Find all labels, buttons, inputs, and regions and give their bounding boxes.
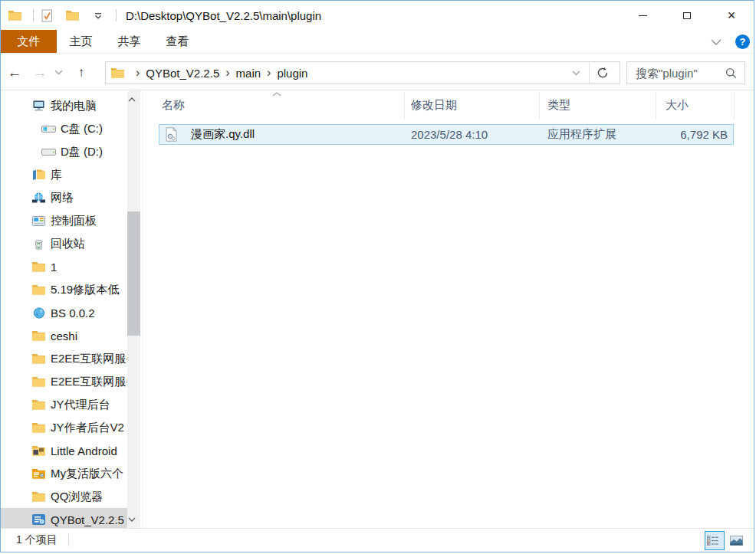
- properties-check-icon[interactable]: [40, 9, 54, 22]
- search-button[interactable]: [721, 67, 744, 79]
- sidebar-item-label: E2EE互联网服务: [51, 352, 128, 366]
- sidebar-item-label: 网络: [51, 191, 74, 205]
- sidebar-item-recycle-bin[interactable]: 回收站: [1, 232, 128, 255]
- sidebar-item-e2ee-1[interactable]: E2EE互联网服务: [1, 347, 128, 370]
- sidebar-item-libraries[interactable]: 库: [1, 163, 128, 186]
- folder-icon: [31, 399, 46, 410]
- folder-icon: [31, 353, 46, 364]
- folder-icon: [31, 491, 46, 502]
- sidebar-item-e2ee-2[interactable]: E2EE互联网服务: [1, 370, 128, 393]
- titlebar: D:\Desktop\QYBot_V2.2.5\main\plugin ×: [1, 1, 754, 30]
- breadcrumb-item-plugin[interactable]: plugin: [277, 67, 307, 80]
- tab-share[interactable]: 共享: [105, 30, 153, 53]
- recent-locations-chevron-icon[interactable]: [51, 61, 70, 84]
- sidebar-item-drive-d[interactable]: D盘 (D:): [1, 140, 128, 163]
- search-box: [626, 61, 745, 84]
- details-view-button[interactable]: [705, 531, 725, 550]
- sidebar-item-label: 1: [51, 261, 57, 274]
- maximize-icon: [683, 12, 691, 19]
- sidebar-item-label: 控制面板: [51, 214, 97, 228]
- sidebar-item-jy-author[interactable]: JY作者后台V2: [1, 416, 128, 439]
- folder-icon: [31, 261, 46, 272]
- scrollbar-thumb[interactable]: [127, 211, 140, 336]
- maximize-button[interactable]: [665, 1, 709, 30]
- breadcrumb-separator: ›: [136, 67, 140, 79]
- sidebar-item-folder-519[interactable]: 5.19修版本低: [1, 278, 128, 301]
- window-controls: ×: [620, 1, 754, 30]
- new-folder-icon[interactable]: [65, 10, 80, 21]
- window-title: D:\Desktop\QYBot_V2.2.5\main\plugin: [126, 9, 321, 22]
- details-view-icon: [705, 536, 720, 546]
- sidebar-item-little-android[interactable]: Little Android: [1, 439, 128, 462]
- refresh-icon: [595, 67, 610, 79]
- sidebar-item-label: My复活版六个: [51, 467, 123, 481]
- item-count-label: 1 个项目: [16, 533, 58, 547]
- sidebar-item-ceshi[interactable]: ceshi: [1, 324, 128, 347]
- column-header-modified[interactable]: 修改日期: [405, 91, 540, 120]
- sidebar-item-folder-1[interactable]: 1: [1, 255, 128, 278]
- window-folder-icon: [8, 10, 22, 21]
- search-icon: [724, 67, 738, 79]
- drive-d-icon: [41, 147, 56, 157]
- expand-ribbon-chevron-icon[interactable]: [708, 39, 723, 45]
- chevron-down-icon: [124, 517, 139, 522]
- divider: [33, 9, 34, 21]
- sidebar-item-my-fuhuo[interactable]: My复活版六个: [1, 462, 128, 485]
- sidebar-item-qybot[interactable]: QYBot_V2.2.5: [1, 508, 128, 528]
- sidebar-item-qq-browser[interactable]: QQ浏览器: [1, 485, 128, 508]
- thumbnail-view-button[interactable]: [728, 531, 748, 550]
- sidebar-item-label: QYBot_V2.2.5: [51, 513, 124, 526]
- sidebar-item-control-panel[interactable]: 控制面板: [1, 209, 128, 232]
- sidebar-item-this-pc[interactable]: 我的电脑: [1, 94, 128, 117]
- status-bar: 1 个项目: [1, 528, 754, 552]
- up-button[interactable]: ↑: [70, 61, 93, 84]
- scroll-down-icon[interactable]: [127, 513, 140, 526]
- tab-view[interactable]: 查看: [153, 30, 202, 53]
- sidebar-item-bs[interactable]: BS 0.0.2: [1, 301, 128, 324]
- sidebar-item-drive-c[interactable]: C盘 (C:): [1, 117, 128, 140]
- sidebar-item-label: 回收站: [51, 237, 85, 251]
- refresh-button[interactable]: [589, 62, 620, 84]
- bs-app-icon: [31, 307, 46, 319]
- ribbon-tab-bar: 文件 主页 共享 查看 ?: [1, 30, 754, 54]
- column-header-size[interactable]: 大小: [656, 91, 735, 120]
- file-list-pane: 名称 修改日期 类型 大小 漫画家.qy.dll 2023/5/28 4:10 …: [143, 91, 754, 528]
- thumbnail-view-icon: [729, 536, 744, 546]
- file-size-cell: 6,792 KB: [656, 128, 733, 141]
- search-input[interactable]: [627, 67, 721, 80]
- tab-home[interactable]: 主页: [57, 30, 105, 53]
- explorer-window: D:\Desktop\QYBot_V2.2.5\main\plugin × 文件…: [0, 0, 754, 552]
- sidebar-scrollbar[interactable]: [127, 91, 140, 528]
- file-row-dll[interactable]: 漫画家.qy.dll 2023/5/28 4:10 应用程序扩展 6,792 K…: [159, 124, 734, 145]
- sidebar-item-label: 5.19修版本低: [51, 283, 119, 297]
- column-header-type[interactable]: 类型: [540, 91, 656, 120]
- breadcrumb-separator: ›: [267, 67, 271, 79]
- breadcrumb-item-qybot[interactable]: QYBot_V2.2.5: [146, 67, 219, 80]
- file-type-cell: 应用程序扩展: [540, 127, 656, 142]
- minimize-button[interactable]: [620, 1, 665, 30]
- folder-icon: [31, 422, 46, 433]
- tab-file[interactable]: 文件: [1, 30, 57, 53]
- breadcrumb-separator: ›: [225, 67, 229, 79]
- chevron-down-icon: [51, 70, 66, 75]
- close-button[interactable]: ×: [709, 1, 754, 30]
- scroll-up-icon[interactable]: [127, 93, 140, 107]
- sort-ascending-icon: [269, 92, 284, 97]
- sidebar-item-label: QQ浏览器: [51, 490, 103, 504]
- customize-toolbar-caret-icon[interactable]: [90, 12, 105, 19]
- sidebar-item-label: JY作者后台V2: [51, 421, 124, 435]
- address-bar[interactable]: › QYBot_V2.2.5 › main › plugin: [105, 61, 620, 84]
- navigation-bar: ← → ↑ › QYBot_V2.2.5 › main › plugin: [1, 54, 754, 90]
- address-dropdown-button[interactable]: [567, 62, 589, 84]
- drive-c-icon: [41, 124, 56, 134]
- sidebar-item-jy-proxy[interactable]: JY代理后台: [1, 393, 128, 416]
- forward-button[interactable]: →: [28, 61, 51, 84]
- help-button[interactable]: ?: [735, 34, 750, 49]
- sidebar-item-label: E2EE互联网服务: [51, 375, 128, 389]
- sidebar-item-label: BS 0.0.2: [51, 307, 95, 320]
- breadcrumb-item-main[interactable]: main: [236, 67, 261, 80]
- sidebar-item-label: Little Android: [51, 444, 117, 457]
- back-button[interactable]: ←: [1, 61, 28, 84]
- chevron-down-icon: [569, 70, 583, 76]
- sidebar-item-network[interactable]: 网络: [1, 186, 128, 209]
